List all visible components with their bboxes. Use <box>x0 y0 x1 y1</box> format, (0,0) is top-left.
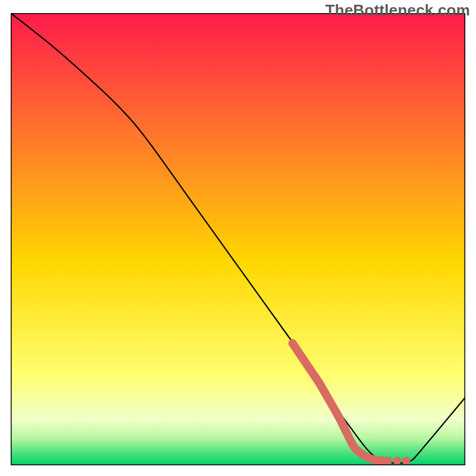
optimal-dot <box>384 456 392 465</box>
chart-background-gradient <box>11 13 465 465</box>
optimal-dots-group <box>384 456 411 465</box>
watermark-label: TheBottleneck.com <box>325 1 470 20</box>
chart-stage: TheBottleneck.com <box>0 0 476 476</box>
chart-plot-area <box>11 13 465 465</box>
chart-svg <box>11 13 465 465</box>
optimal-dot <box>393 456 401 465</box>
optimal-dot <box>402 456 411 465</box>
